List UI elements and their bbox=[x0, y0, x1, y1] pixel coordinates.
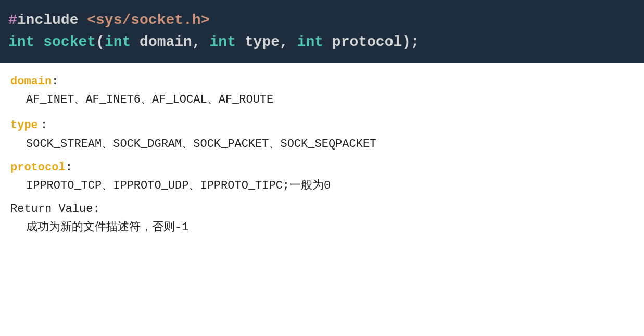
param3-type: int bbox=[297, 34, 323, 50]
type-label: type： bbox=[10, 117, 634, 132]
param2-type: int bbox=[210, 34, 236, 50]
paren-open: ( bbox=[96, 34, 105, 50]
hash-symbol: # bbox=[8, 12, 17, 28]
domain-block: domain: AF_INET、AF_INET6、AF_LOCAL、AF_ROU… bbox=[10, 75, 634, 108]
param1-name: domain bbox=[140, 34, 192, 50]
function-signature-line: int socket(int domain, int type, int pro… bbox=[8, 31, 636, 53]
type-block: type： SOCK_STREAM、SOCK_DGRAM、SOCK_PACKET… bbox=[10, 117, 634, 153]
paren-close: ); bbox=[402, 34, 420, 50]
domain-label-name: domain bbox=[10, 75, 52, 88]
space2 bbox=[131, 34, 140, 50]
type-label-name: type bbox=[10, 119, 38, 132]
space1 bbox=[34, 34, 43, 50]
domain-label: domain: bbox=[10, 75, 634, 88]
code-header-block: #include <sys/socket.h> int socket(int d… bbox=[0, 0, 644, 63]
protocol-block: protocol: IPPROTO_TCP、IPPROTO_UDP、IPPROT… bbox=[10, 161, 634, 194]
param2-name: type bbox=[245, 34, 280, 50]
param1-type: int bbox=[105, 34, 131, 50]
function-name: socket bbox=[43, 34, 96, 50]
return-value: 成功为新的文件描述符，否则-1 bbox=[10, 219, 634, 236]
protocol-label-name: protocol bbox=[10, 161, 66, 174]
space4 bbox=[323, 34, 332, 50]
domain-values: AF_INET、AF_INET6、AF_LOCAL、AF_ROUTE bbox=[10, 91, 634, 108]
param3-name: protocol bbox=[332, 34, 402, 50]
comma1: , bbox=[192, 34, 210, 50]
space3 bbox=[236, 34, 245, 50]
domain-colon: : bbox=[52, 75, 58, 88]
protocol-colon: : bbox=[66, 161, 72, 174]
type-values: SOCK_STREAM、SOCK_DGRAM、SOCK_PACKET、SOCK_… bbox=[10, 135, 634, 153]
header-file: <sys/socket.h> bbox=[87, 12, 209, 28]
type-colon: ： bbox=[38, 119, 49, 132]
return-type-int: int bbox=[8, 34, 34, 50]
protocol-label: protocol: bbox=[10, 161, 634, 174]
protocol-values: IPPROTO_TCP、IPPROTO_UDP、IPPROTO_TIPC;一般为… bbox=[10, 177, 634, 194]
include-line: #include <sys/socket.h> bbox=[8, 9, 636, 31]
include-keyword: include bbox=[17, 12, 87, 28]
return-label: Return Value: bbox=[10, 203, 634, 216]
return-block: Return Value: 成功为新的文件描述符，否则-1 bbox=[10, 203, 634, 236]
content-area: domain: AF_INET、AF_INET6、AF_LOCAL、AF_ROU… bbox=[0, 63, 644, 255]
comma2: , bbox=[280, 34, 297, 50]
